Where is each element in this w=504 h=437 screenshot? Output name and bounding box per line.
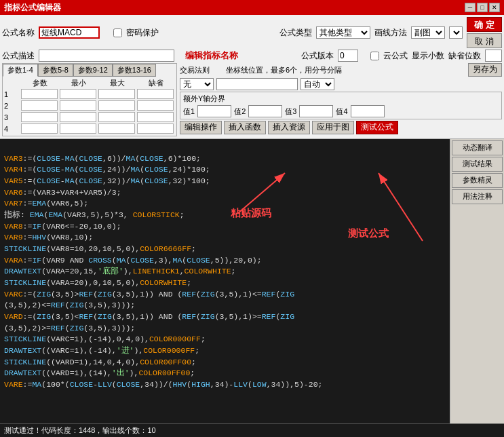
title-bar-buttons: ─ □ ✕ [465,3,500,12]
draw-method-extra-select[interactable] [449,26,463,39]
action-buttons-row: 编辑操作 插入函数 插入资源 应用于图 测试公式 [180,121,502,134]
cancel-button[interactable]: 取 消 [467,33,502,48]
param-row-4-num: 4 [4,124,20,134]
usage-notes-button[interactable]: 用法注释 [452,189,503,204]
axis-val1-label: 值1 [183,107,195,117]
annotation-edit-name: 编辑指标名称 [185,50,238,62]
side-panel: 动态翻译 测试结果 参数精灵 用法注释 [450,139,504,423]
axis-val1-input[interactable] [197,105,231,117]
apply-chart-button[interactable]: 应用于图 [312,121,354,134]
param-row-2-max[interactable] [98,100,135,111]
code-editor-wrapper: VAR3:=(CLOSE-MA(CLOSE,6))/MA(CLOSE,6)*10… [0,139,450,423]
code-editor-area: VAR3:=(CLOSE-MA(CLOSE,6))/MA(CLOSE,6)*10… [0,139,504,423]
param-row-1-min[interactable] [60,89,96,99]
param-row-2-name[interactable] [21,100,58,111]
formula-version-label: 公式版本 [301,50,334,62]
default-digits-label: 缺省位数 [448,50,481,62]
params-area: 参数1-4 参数5-8 参数9-12 参数13-16 参数 最小 最大 缺省 [2,63,177,136]
formula-type-label: 公式类型 [279,27,312,39]
form-row-3: 参数1-4 参数5-8 参数9-12 参数13-16 参数 最小 最大 缺省 [2,63,502,136]
param-header-max: 最大 [98,78,136,88]
axis-val2-label: 值2 [234,107,246,117]
confirm-button[interactable]: 确 定 [467,17,502,32]
status-text: 测试通过！代码长度：1448，输出线个数：10 [4,426,156,434]
trade-row: 交易法则 坐标线位置，最多6个，用分号分隔 另存为 [180,63,502,77]
params-table: 参数 最小 最大 缺省 1 2 [3,77,176,136]
param-row-1-num: 1 [4,89,20,100]
param-row-1-name[interactable] [21,89,58,99]
formula-type-select[interactable]: 其他类型 [316,26,370,39]
window: 指标公式编辑器 ─ □ ✕ 公式名称 密码保护 公式类型 其他类型 画线方法 副… [0,0,504,437]
formula-name-input[interactable] [39,26,100,39]
insert-func-button[interactable]: 插入函数 [224,121,266,134]
param-header-default: 缺省 [137,78,175,88]
tab-params-13-16[interactable]: 参数13-16 [113,64,156,77]
tab-params-1-4[interactable]: 参数1-4 [3,64,38,77]
axis-val4-label: 值4 [336,107,347,117]
param-row-2-min[interactable] [60,100,96,111]
save-as-button[interactable]: 另存为 [468,63,502,77]
axis-val3-input[interactable] [299,105,333,117]
param-row-4-max[interactable] [98,124,135,134]
draw-method-select[interactable]: 副图 [411,26,445,39]
right-settings: 交易法则 坐标线位置，最多6个，用分号分隔 另存为 无 自动 额外Y轴 [180,63,502,136]
window-title: 指标公式编辑器 [4,2,61,14]
draw-method-label: 画线方法 [374,27,407,39]
formula-desc-input[interactable] [39,50,174,62]
axis-val2-input[interactable] [248,105,282,117]
param-wizard-button[interactable]: 参数精灵 [452,173,503,188]
form-row-1: 公式名称 密码保护 公式类型 其他类型 画线方法 副图 确 定 取 消 [2,17,502,48]
form-row-2: 公式描述 编辑指标名称 公式版本 云公式 显示小数 缺省位数 [2,50,502,62]
cloud-checkbox[interactable] [370,52,379,60]
formula-version-input[interactable] [338,50,358,62]
edit-op-button[interactable]: 编辑操作 [180,121,222,134]
default-digits-input[interactable] [485,50,502,62]
test-results-button[interactable]: 测试结果 [452,157,503,172]
close-window-button[interactable]: ✕ [489,3,500,12]
formula-name-label: 公式名称 [2,27,35,39]
param-row-4-min[interactable] [60,124,96,134]
title-bar: 指标公式编辑器 ─ □ ✕ [0,0,504,15]
param-row-2-num: 2 [4,100,20,111]
maximize-button[interactable]: □ [477,3,488,12]
axis-inputs-row: 值1 值2 值3 值4 [183,105,499,117]
params-header-row: 参数 最小 最大 缺省 [4,78,175,88]
tab-params-9-12[interactable]: 参数9-12 [73,64,113,77]
trade-value-select[interactable]: 无 [180,78,214,90]
password-label: 密码保护 [126,27,159,39]
param-row-4-name[interactable] [21,124,58,134]
top-form-area: 公式名称 密码保护 公式类型 其他类型 画线方法 副图 确 定 取 消 公式描述 [0,15,504,139]
insert-resource-button[interactable]: 插入资源 [268,121,310,134]
confirm-cancel-btns: 确 定 取 消 [467,17,502,48]
code-editor[interactable]: VAR3:=(CLOSE-MA(CLOSE,6))/MA(CLOSE,6)*10… [0,139,450,423]
axis-label: 额外Y轴分界 [183,94,225,102]
test-formula-button[interactable]: 测试公式 [356,121,398,134]
tab-params-5-8[interactable]: 参数5-8 [38,64,73,77]
trade-rule-label: 交易法则 [180,65,210,75]
param-row-2-default[interactable] [137,100,174,111]
axis-val4-input[interactable] [351,105,385,117]
param-row-4-default[interactable] [137,124,174,134]
trade-inputs-row: 无 自动 [180,78,502,90]
param-row-1-max[interactable] [98,89,135,99]
param-row-3-default[interactable] [137,112,174,122]
show-small-label: 显示小数 [412,50,444,62]
param-row-3-num: 3 [4,112,20,123]
dynamic-translate-button[interactable]: 动态翻译 [452,140,503,155]
coord-input[interactable] [216,78,298,90]
password-checkbox[interactable] [113,28,122,37]
param-header-min: 最小 [60,78,98,88]
params-tabs: 参数1-4 参数5-8 参数9-12 参数13-16 [3,64,176,77]
minimize-button[interactable]: ─ [465,3,476,12]
status-bar: 测试通过！代码长度：1448，输出线个数：10 [0,423,504,437]
cloud-label: 云公式 [383,50,408,62]
formula-desc-label: 公式描述 [2,50,35,62]
auto-select[interactable]: 自动 [301,78,334,90]
coord-label: 坐标线位置，最多6个，用分号分隔 [226,65,342,75]
param-row-3-max[interactable] [98,112,135,122]
param-header-name: 参数 [21,78,59,88]
param-row-1-default[interactable] [137,89,174,99]
params-rows: 1 2 3 [4,89,175,134]
param-row-3-min[interactable] [60,112,96,122]
param-row-3-name[interactable] [21,112,58,122]
